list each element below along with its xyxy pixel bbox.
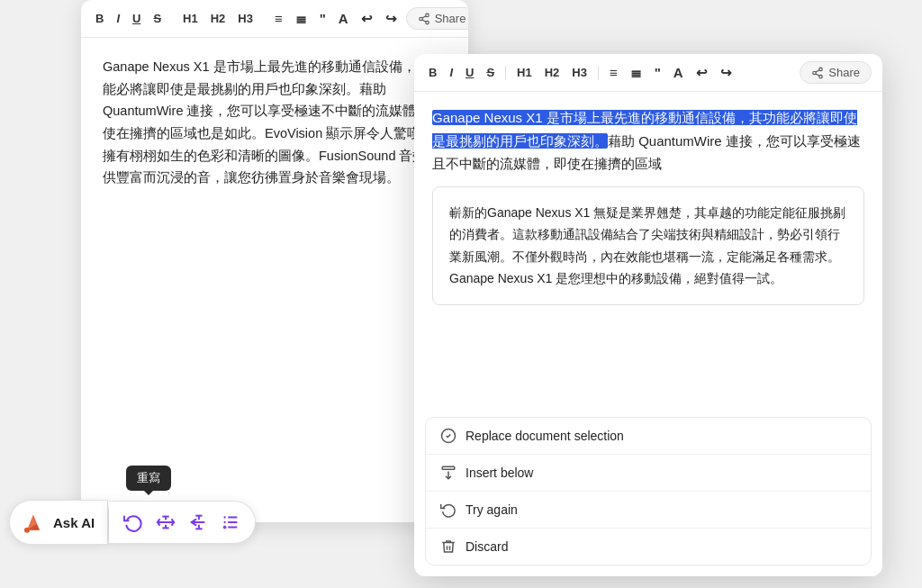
generated-text-box: 嶄新的Ganape Nexus X1 無疑是業界翹楚，其卓越的功能定能征服挑剔的… bbox=[432, 186, 864, 305]
discard-label: Discard bbox=[466, 539, 508, 554]
quote-btn[interactable]: " bbox=[316, 9, 330, 28]
share-button[interactable]: Share bbox=[406, 7, 468, 30]
front-editor: B I U S H1 H2 H3 ≡ ≣ " A ↩ ↪ Share Ganap… bbox=[414, 54, 882, 576]
svg-point-5 bbox=[819, 68, 823, 71]
underline-btn[interactable]: U bbox=[129, 10, 144, 27]
retry-action[interactable]: Try again bbox=[426, 492, 871, 529]
front-h1-btn[interactable]: H1 bbox=[513, 64, 536, 81]
insert-label: Insert below bbox=[466, 466, 533, 480]
shrink-icon bbox=[188, 512, 208, 532]
rewrite-icon bbox=[123, 512, 143, 532]
trash-icon bbox=[440, 538, 456, 555]
back-toolbar: B I U S H1 H2 H3 ≡ ≣ " A ↩ ↪ Share bbox=[81, 0, 468, 38]
expand-icon bbox=[156, 512, 176, 532]
front-h2-btn[interactable]: H2 bbox=[541, 64, 564, 81]
svg-line-9 bbox=[816, 69, 819, 71]
svg-line-8 bbox=[816, 73, 819, 75]
strike-btn[interactable]: S bbox=[149, 10, 165, 27]
h3-btn[interactable]: H3 bbox=[234, 10, 257, 27]
front-ul-btn[interactable]: ≡ bbox=[606, 63, 621, 82]
ask-ai-bar: 重寫 Ask AI bbox=[9, 500, 256, 545]
insert-icon bbox=[440, 465, 456, 481]
h1-btn[interactable]: H1 bbox=[179, 10, 202, 27]
svg-point-7 bbox=[819, 75, 823, 78]
check-circle-icon bbox=[440, 428, 456, 444]
back-text: Ganape Nexus X1 是市場上最先進的移動通信設備，其功能必將讓即使是… bbox=[103, 56, 447, 189]
bold-btn[interactable]: B bbox=[92, 10, 107, 27]
front-redo-btn[interactable]: ↪ bbox=[717, 63, 736, 82]
svg-point-1 bbox=[419, 17, 422, 21]
front-text: Ganape Nexus X1 是市場上最先進的移動通信設備，其功能必將讓即使是… bbox=[432, 106, 864, 176]
front-highlight-btn[interactable]: A bbox=[670, 63, 687, 82]
ul-btn[interactable]: ≡ bbox=[271, 9, 286, 28]
replace-label: Replace document selection bbox=[466, 429, 624, 443]
retry-icon bbox=[440, 502, 456, 518]
ask-ai-logo-icon bbox=[21, 510, 46, 535]
front-share-button[interactable]: Share bbox=[800, 61, 872, 84]
front-ol-btn[interactable]: ≣ bbox=[627, 63, 646, 82]
front-toolbar: B I U S H1 H2 H3 ≡ ≣ " A ↩ ↪ Share bbox=[414, 54, 882, 92]
ask-ai-pill[interactable]: Ask AI bbox=[9, 500, 108, 545]
h2-btn[interactable]: H2 bbox=[207, 10, 230, 27]
svg-point-6 bbox=[813, 71, 817, 75]
discard-action[interactable]: Discard bbox=[426, 529, 871, 565]
ask-ai-label: Ask AI bbox=[53, 515, 95, 530]
front-undo-btn[interactable]: ↩ bbox=[692, 63, 711, 82]
italic-btn[interactable]: I bbox=[113, 10, 123, 27]
front-h3-btn[interactable]: H3 bbox=[568, 64, 591, 81]
front-bold-btn[interactable]: B bbox=[425, 64, 440, 81]
front-divider bbox=[505, 66, 506, 80]
share-label: Share bbox=[435, 12, 466, 25]
front-strike-btn[interactable]: S bbox=[483, 64, 498, 81]
svg-point-2 bbox=[425, 21, 429, 24]
svg-line-3 bbox=[422, 19, 426, 21]
front-share-label: Share bbox=[828, 66, 860, 79]
list-plus-icon bbox=[221, 512, 240, 532]
expand-btn[interactable] bbox=[154, 511, 177, 534]
shrink-btn[interactable] bbox=[186, 511, 210, 534]
front-divider2 bbox=[598, 66, 599, 80]
rewrite-btn[interactable] bbox=[122, 511, 145, 534]
ol-btn[interactable]: ≣ bbox=[292, 9, 311, 28]
back-editor-content[interactable]: Ganape Nexus X1 是市場上最先進的移動通信設備，其功能必將讓即使是… bbox=[81, 38, 468, 522]
undo-btn[interactable]: ↩ bbox=[357, 9, 376, 28]
ai-tools bbox=[109, 501, 256, 544]
front-underline-btn[interactable]: U bbox=[462, 64, 477, 81]
action-menu: Replace document selection Insert below … bbox=[425, 417, 872, 565]
generated-text: 嶄新的Ganape Nexus X1 無疑是業界翹楚，其卓越的功能定能征服挑剔的… bbox=[449, 205, 845, 286]
svg-point-15 bbox=[24, 528, 30, 533]
back-editor: B I U S H1 H2 H3 ≡ ≣ " A ↩ ↪ Share Ganap… bbox=[81, 0, 468, 522]
highlight-btn[interactable]: A bbox=[335, 9, 352, 28]
front-editor-content[interactable]: Ganape Nexus X1 是市場上最先進的移動通信設備，其功能必將讓即使是… bbox=[414, 92, 882, 417]
svg-line-4 bbox=[422, 15, 426, 17]
redo-btn[interactable]: ↪ bbox=[382, 9, 401, 28]
svg-rect-11 bbox=[442, 466, 455, 469]
insert-action[interactable]: Insert below bbox=[426, 455, 871, 492]
front-italic-btn[interactable]: I bbox=[446, 64, 456, 81]
list-plus-btn[interactable] bbox=[219, 511, 242, 534]
front-share-icon bbox=[811, 67, 824, 79]
share-icon bbox=[418, 13, 430, 25]
rewrite-tooltip: 重寫 bbox=[126, 466, 171, 491]
svg-point-0 bbox=[425, 14, 429, 16]
retry-label: Try again bbox=[466, 502, 518, 517]
front-quote-btn[interactable]: " bbox=[651, 63, 664, 82]
replace-action[interactable]: Replace document selection bbox=[426, 418, 871, 455]
